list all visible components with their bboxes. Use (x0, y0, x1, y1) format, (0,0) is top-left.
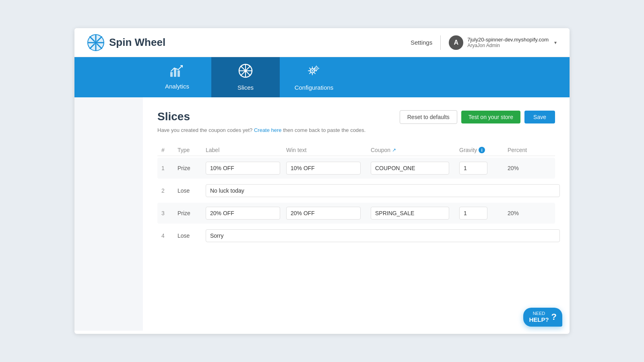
col-actions (544, 147, 560, 153)
table-header: # Type Label Win text Coupon ↗ Gravity i… (157, 144, 555, 156)
row-1-coupon-input[interactable] (371, 162, 449, 175)
main-card: Spin Wheel Settings A 7july20-spinner-de… (74, 28, 570, 334)
logo-area: Spin Wheel (87, 34, 165, 51)
tab-analytics-label: Analytics (165, 83, 189, 90)
table-row: 4 Lose (157, 225, 555, 246)
col-wintext: Win text (286, 147, 371, 153)
nav-bar: Analytics Slices (74, 57, 570, 97)
coupon-external-icon[interactable]: ↗ (392, 147, 396, 153)
store-url: 7july20-spinner-dev.myshopify.com (467, 37, 549, 43)
settings-link[interactable]: Settings (411, 39, 432, 46)
avatar: A (449, 35, 463, 50)
tab-configurations[interactable]: Configurations (280, 57, 348, 97)
col-coupon: Coupon ↗ (371, 147, 459, 153)
row-3-wintext-input[interactable] (286, 207, 361, 220)
svg-rect-13 (178, 70, 180, 77)
tab-slices[interactable]: Slices (211, 57, 280, 97)
col-gravity: Gravity i (459, 147, 508, 153)
row-3-coupon-input[interactable] (371, 207, 449, 220)
table-row: 2 Lose (157, 180, 555, 201)
table-row: 3 Prize 20% (157, 203, 555, 224)
col-num: # (161, 147, 178, 153)
row-3-percent: 20% (508, 210, 544, 216)
row-3-wintext-cell (286, 207, 371, 220)
row-2-type: Lose (178, 187, 206, 194)
row-2-label-input[interactable] (206, 184, 560, 197)
svg-point-19 (244, 70, 247, 72)
row-1-num: 1 (161, 165, 178, 171)
row-3-label-cell (206, 207, 286, 220)
row-1-coupon-cell (371, 162, 459, 175)
header-divider (440, 35, 441, 50)
header-right: Settings A 7july20-spinner-dev.myshopify… (411, 35, 557, 50)
gravity-info-icon[interactable]: i (479, 147, 485, 153)
slices-icon (238, 64, 253, 81)
row-4-num: 4 (161, 232, 178, 239)
configurations-icon (307, 64, 321, 81)
col-type: Type (178, 147, 206, 153)
col-label: Label (206, 147, 286, 153)
row-3-num: 3 (161, 210, 178, 216)
content-area: Slices Reset to defaults Test on your st… (74, 97, 570, 331)
user-info[interactable]: A 7july20-spinner-dev.myshopify.com Arya… (449, 35, 557, 50)
row-4-type: Lose (178, 232, 206, 239)
help-question-icon: ? (551, 312, 557, 322)
dropdown-arrow-icon: ▾ (554, 40, 557, 45)
logo-icon (87, 34, 104, 51)
row-1-label-cell (206, 162, 286, 175)
row-2-num: 2 (161, 187, 178, 194)
row-1-gravity-cell (459, 162, 508, 175)
save-button[interactable]: Save (524, 111, 555, 123)
page-actions: Reset to defaults Test on your store Sav… (400, 110, 555, 124)
content-inner: Slices Reset to defaults Test on your st… (143, 97, 570, 331)
logo-text: Spin Wheel (109, 36, 165, 49)
row-3-gravity-cell (459, 207, 508, 220)
help-need-label: NEED (533, 311, 545, 316)
tab-configurations-label: Configurations (295, 84, 334, 91)
reset-button[interactable]: Reset to defaults (400, 110, 457, 124)
tab-analytics[interactable]: Analytics (143, 57, 211, 97)
svg-point-23 (316, 68, 317, 69)
tab-slices-label: Slices (237, 84, 254, 91)
help-button[interactable]: NEED HELP? ? (523, 308, 562, 327)
row-1-type: Prize (178, 165, 206, 171)
row-3-coupon-cell (371, 207, 459, 220)
svg-point-10 (95, 41, 97, 44)
page-title: Slices (157, 110, 190, 123)
row-3-type: Prize (178, 210, 206, 216)
row-1-gravity-input[interactable] (459, 162, 487, 175)
user-name: AryaJon Admin (467, 43, 500, 48)
create-here-link[interactable]: Create here (254, 127, 282, 133)
help-help-label: HELP? (529, 316, 549, 323)
svg-point-21 (312, 70, 313, 72)
col-percent: Percent (508, 147, 544, 153)
table-row: 1 Prize 20% (157, 158, 555, 179)
svg-rect-11 (170, 72, 173, 77)
row-1-wintext-cell (286, 162, 371, 175)
row-3-label-input[interactable] (206, 207, 280, 220)
svg-rect-12 (174, 69, 176, 77)
row-1-label-input[interactable] (206, 162, 280, 175)
row-1-wintext-input[interactable] (286, 162, 361, 175)
analytics-icon (170, 65, 184, 80)
user-details: 7july20-spinner-dev.myshopify.com AryaJo… (467, 37, 549, 48)
page-header: Slices Reset to defaults Test on your st… (157, 110, 555, 124)
row-3-gravity-input[interactable] (459, 207, 487, 220)
row-1-percent: 20% (508, 165, 544, 171)
slices-table: # Type Label Win text Coupon ↗ Gravity i… (157, 144, 555, 246)
test-on-store-button[interactable]: Test on your store (461, 111, 520, 123)
row-4-label-input[interactable] (206, 229, 560, 242)
header: Spin Wheel Settings A 7july20-spinner-de… (74, 28, 570, 57)
page-subtitle: Have you created the coupon codes yet? C… (157, 127, 555, 133)
